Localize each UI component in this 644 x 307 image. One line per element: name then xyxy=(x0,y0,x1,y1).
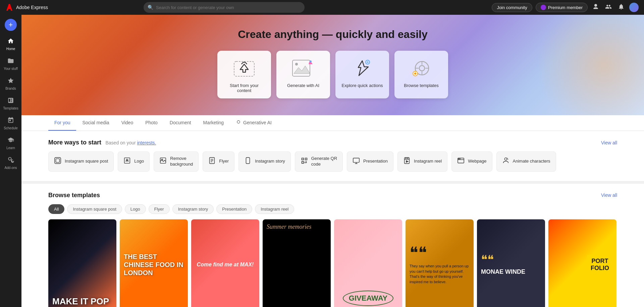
instagram-story-icon xyxy=(244,157,252,166)
home-icon xyxy=(7,38,14,46)
sidebar-item-schedule[interactable]: Schedule xyxy=(1,114,20,133)
app-logo[interactable]: Adobe Express xyxy=(5,3,48,11)
svg-point-9 xyxy=(419,65,425,71)
template-tab-instagram-story[interactable]: Instagram story xyxy=(172,204,214,214)
tab-video[interactable]: Video xyxy=(115,115,140,131)
main-content: Create anything — quickly and easily Sta… xyxy=(21,15,644,307)
more-ways-view-all[interactable]: View all xyxy=(601,140,617,145)
join-community-button[interactable]: Join community xyxy=(492,3,532,12)
premium-member-button[interactable]: Premium member xyxy=(536,3,588,12)
sidebar-item-add-ons[interactable]: Add-ons xyxy=(1,154,20,172)
quick-action-animate-characters[interactable]: Animate characters xyxy=(496,151,556,172)
template-tab-logo[interactable]: Logo xyxy=(125,204,146,214)
templates-icon xyxy=(7,97,14,105)
premium-icon xyxy=(541,5,546,10)
add-button[interactable]: + xyxy=(5,19,17,31)
template-card-3[interactable]: Come find me at MAX! xyxy=(191,219,259,307)
start-content-icon xyxy=(231,57,258,79)
start-from-content-card[interactable]: Start from your content xyxy=(217,51,271,98)
bell-icon-button[interactable] xyxy=(616,2,626,13)
presentation-icon xyxy=(353,157,360,166)
browse-templates-hero-label: Browse templates xyxy=(404,83,438,88)
generate-ai-card[interactable]: Generate with AI xyxy=(276,51,330,98)
sidebar-label-brands: Brands xyxy=(5,87,16,90)
template-card-7[interactable]: ❝❝ MONAE WINDE xyxy=(477,219,545,307)
hero-section: Create anything — quickly and easily Sta… xyxy=(21,15,644,115)
template-card-4[interactable]: Summer memories xyxy=(263,219,331,307)
quick-action-instagram-reel[interactable]: Instagram reel xyxy=(397,151,447,172)
template-tab-presentation[interactable]: Presentation xyxy=(216,204,252,214)
browse-templates-hero-card[interactable]: Browse templates xyxy=(394,51,448,98)
template-card-8[interactable]: PORTFOLIO xyxy=(548,219,616,307)
more-ways-header: More ways to start Based on your interes… xyxy=(48,139,617,146)
sidebar-item-home[interactable]: Home xyxy=(1,35,20,53)
quick-actions-list: Instagram square post Logo xyxy=(48,151,617,173)
sidebar-label-add-ons: Add-ons xyxy=(4,166,17,170)
quick-action-webpage[interactable]: Webpage xyxy=(451,151,492,172)
quick-action-instagram-square[interactable]: Instagram square post xyxy=(48,151,114,172)
remove-bg-icon xyxy=(159,157,167,166)
tab-generative-ai[interactable]: Generative AI xyxy=(230,115,278,131)
browse-templates-view-all[interactable]: View all xyxy=(601,192,617,198)
logo-label: Logo xyxy=(134,159,144,164)
people-icon xyxy=(605,3,612,10)
sidebar: + Home Your stuff Brands Templates Sched… xyxy=(0,15,21,307)
template-card-1[interactable]: MAKE IT POP xyxy=(48,219,116,307)
content-tabs: For you Social media Video Photo Documen… xyxy=(48,115,617,131)
quick-action-remove-bg[interactable]: Removebackground xyxy=(154,151,199,172)
more-ways-title: More ways to start xyxy=(48,139,101,146)
template-card-6[interactable]: ❝❝ They say when you pull a person up yo… xyxy=(406,219,474,307)
start-content-label: Start from your content xyxy=(223,83,266,93)
tab-document[interactable]: Document xyxy=(164,115,197,131)
search-bar[interactable]: 🔍 xyxy=(144,2,305,13)
template-tab-flyer[interactable]: Flyer xyxy=(149,204,170,214)
presentation-label: Presentation xyxy=(363,159,388,164)
template-tab-all[interactable]: All xyxy=(48,204,64,214)
browse-templates-header: Browse templates View all xyxy=(48,192,617,199)
hero-cards: Start from your content Generate with AI xyxy=(28,51,637,98)
svg-point-31 xyxy=(408,158,408,159)
flyer-icon xyxy=(208,157,216,166)
template-tab-instagram-square[interactable]: Instagram square post xyxy=(67,204,122,214)
svg-rect-15 xyxy=(55,158,61,164)
add-ons-icon xyxy=(7,157,14,165)
template-card-5[interactable]: GIVEAWAY xyxy=(334,219,402,307)
template-card-2[interactable]: THE BEST CHINESE FOOD IN LONDON xyxy=(120,219,188,307)
sidebar-label-templates: Templates xyxy=(3,106,18,110)
quick-action-flyer[interactable]: Flyer xyxy=(203,151,234,172)
quick-action-presentation[interactable]: Presentation xyxy=(347,151,393,172)
avatar[interactable] xyxy=(629,3,639,12)
more-ways-title-group: More ways to start Based on your interes… xyxy=(48,139,156,146)
webpage-label: Webpage xyxy=(468,159,486,164)
instagram-square-label: Instagram square post xyxy=(65,159,108,164)
tab-for-you[interactable]: For you xyxy=(48,115,76,131)
tab-marketing[interactable]: Marketing xyxy=(197,115,230,131)
quick-action-instagram-story[interactable]: Instagram story xyxy=(238,151,291,172)
search-input[interactable] xyxy=(156,5,301,10)
sidebar-item-brands[interactable]: Brands xyxy=(1,75,20,93)
quick-action-logo[interactable]: Logo xyxy=(118,151,150,172)
explore-quick-actions-card[interactable]: Explore quick actions xyxy=(335,51,389,98)
template-tab-instagram-reel[interactable]: Instagram reel xyxy=(255,204,294,214)
qr-code-label: Generate QRcode xyxy=(311,156,337,167)
people-icon-button[interactable] xyxy=(604,2,613,13)
sidebar-label-schedule: Schedule xyxy=(4,126,18,130)
browse-templates-title: Browse templates xyxy=(48,192,100,199)
flyer-label: Flyer xyxy=(219,159,229,164)
adobe-logo-icon xyxy=(5,3,13,11)
sidebar-item-learn[interactable]: Learn xyxy=(1,134,20,152)
person-icon-button[interactable] xyxy=(591,2,600,13)
generate-ai-icon xyxy=(290,57,317,79)
logo-icon xyxy=(123,157,131,166)
sidebar-item-templates[interactable]: Templates xyxy=(1,94,20,113)
more-ways-section: More ways to start Based on your interes… xyxy=(21,131,644,181)
app-name: Adobe Express xyxy=(16,5,48,10)
browse-templates-icon xyxy=(408,57,435,79)
quick-action-qr-code[interactable]: Generate QRcode xyxy=(295,151,343,172)
svg-rect-16 xyxy=(56,159,60,163)
sidebar-item-your-stuff[interactable]: Your stuff xyxy=(1,55,20,73)
interests-link[interactable]: interests. xyxy=(137,140,156,145)
tab-photo[interactable]: Photo xyxy=(139,115,164,131)
quick-actions-label: Explore quick actions xyxy=(342,83,383,88)
tab-social-media[interactable]: Social media xyxy=(76,115,115,131)
